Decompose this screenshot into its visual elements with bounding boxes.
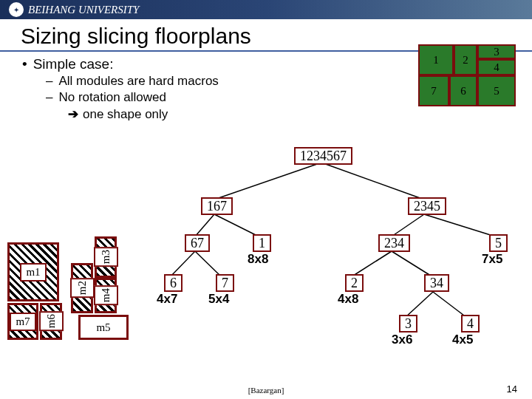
mod-m4: m4	[95, 278, 117, 313]
dim-5: 7x5	[482, 252, 502, 267]
module-grid: m1 m3 m2 m4 m7 m6 m5	[7, 242, 155, 342]
dim-3: 3x6	[392, 332, 412, 347]
node-234: 234	[378, 234, 410, 252]
node-167: 167	[201, 197, 233, 215]
node-34: 34	[424, 274, 449, 292]
node-root: 1234567	[294, 147, 352, 165]
dim-4: 4x5	[452, 332, 473, 347]
mod-m3: m3	[95, 236, 117, 278]
dim-1: 8x8	[248, 252, 268, 267]
node-7: 7	[216, 274, 234, 292]
bullet-l2b: No rotation allowed	[58, 90, 166, 105]
fp-block-4: 4	[477, 59, 516, 75]
svg-line-0	[214, 163, 321, 200]
svg-line-8	[351, 251, 392, 277]
node-6: 6	[164, 274, 183, 292]
fp-block-6: 6	[449, 75, 477, 106]
svg-line-4	[392, 214, 424, 236]
bullet-l1: Simple case:	[33, 56, 114, 72]
fp-block-5: 5	[477, 75, 516, 106]
mod-m5: m5	[78, 315, 129, 340]
mod-m6: m6	[40, 303, 62, 340]
node-5: 5	[489, 234, 508, 252]
node-2: 2	[345, 274, 364, 292]
mod-m2: m2	[71, 263, 93, 313]
fp-block-3: 3	[477, 44, 516, 59]
svg-line-2	[195, 214, 214, 236]
dim-7: 5x4	[208, 292, 229, 307]
dim-2: 4x8	[338, 292, 358, 307]
node-67: 67	[185, 234, 210, 252]
svg-line-6	[170, 251, 195, 277]
fp-block-7: 7	[418, 75, 449, 106]
svg-line-1	[321, 163, 424, 200]
mod-m7: m7	[7, 303, 38, 340]
bullet-l2a: All modules are hard macros	[58, 74, 218, 89]
citation: [Bazargan]	[248, 386, 284, 395]
university-logo: ✦	[9, 2, 24, 17]
fp-block-1: 1	[418, 44, 454, 75]
university-name: BEIHANG UNIVERSITY	[28, 4, 139, 16]
page-number: 14	[507, 383, 517, 395]
svg-line-3	[214, 214, 259, 236]
svg-line-7	[195, 251, 222, 277]
node-3: 3	[399, 315, 417, 332]
svg-line-9	[392, 251, 433, 277]
bullet-l3: one shape only	[83, 107, 168, 121]
floorplan-small: 1 2 3 4 5 6 7	[418, 44, 514, 105]
svg-line-11	[433, 292, 467, 318]
university-header: ✦ BEIHANG UNIVERSITY	[0, 0, 532, 19]
svg-line-5	[424, 214, 495, 236]
fp-block-2: 2	[454, 44, 477, 75]
node-1: 1	[253, 234, 271, 252]
node-4: 4	[461, 315, 480, 332]
svg-line-10	[405, 292, 433, 318]
mod-m1: m1	[7, 242, 59, 301]
dim-6: 4x7	[157, 292, 177, 307]
node-2345: 2345	[408, 197, 446, 215]
